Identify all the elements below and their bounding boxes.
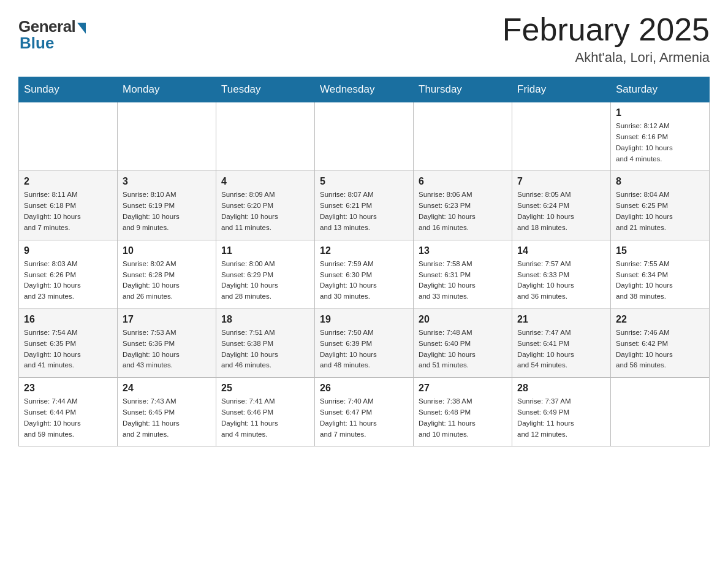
calendar-cell: 9Sunrise: 8:03 AMSunset: 6:26 PMDaylight… [19, 240, 118, 308]
calendar-cell: 18Sunrise: 7:51 AMSunset: 6:38 PMDayligh… [216, 308, 315, 377]
title-area: February 2025 Akht'ala, Lori, Armenia [502, 12, 710, 66]
day-number: 15 [616, 245, 704, 256]
day-info: Sunrise: 7:38 AMSunset: 6:48 PMDaylight:… [419, 396, 507, 440]
calendar-cell: 28Sunrise: 7:37 AMSunset: 6:49 PMDayligh… [512, 378, 611, 446]
calendar-cell [19, 102, 118, 171]
logo: General Blue [18, 17, 86, 53]
day-info: Sunrise: 8:00 AMSunset: 6:29 PMDaylight:… [221, 259, 309, 302]
calendar-cell: 21Sunrise: 7:47 AMSunset: 6:41 PMDayligh… [512, 308, 611, 377]
day-number: 2 [24, 176, 112, 187]
calendar-cell: 11Sunrise: 8:00 AMSunset: 6:29 PMDayligh… [216, 240, 315, 308]
day-number: 18 [221, 314, 309, 325]
calendar-cell: 20Sunrise: 7:48 AMSunset: 6:40 PMDayligh… [414, 308, 512, 377]
day-info: Sunrise: 7:41 AMSunset: 6:46 PMDaylight:… [221, 396, 309, 440]
calendar-cell: 6Sunrise: 8:06 AMSunset: 6:23 PMDaylight… [414, 171, 512, 240]
day-number: 8 [616, 176, 704, 187]
calendar-cell: 17Sunrise: 7:53 AMSunset: 6:36 PMDayligh… [118, 308, 216, 377]
calendar-cell: 12Sunrise: 7:59 AMSunset: 6:30 PMDayligh… [315, 240, 414, 308]
day-number: 27 [419, 383, 507, 394]
day-number: 22 [616, 314, 704, 325]
calendar-cell: 8Sunrise: 8:04 AMSunset: 6:25 PMDaylight… [611, 171, 710, 240]
day-info: Sunrise: 8:05 AMSunset: 6:24 PMDaylight:… [517, 190, 605, 233]
day-info: Sunrise: 7:46 AMSunset: 6:42 PMDaylight:… [616, 327, 704, 371]
weekday-header-friday: Friday [512, 77, 611, 102]
calendar-cell [216, 102, 315, 171]
calendar-cell [315, 102, 414, 171]
calendar-cell: 24Sunrise: 7:43 AMSunset: 6:45 PMDayligh… [118, 378, 216, 446]
day-info: Sunrise: 7:48 AMSunset: 6:40 PMDaylight:… [419, 327, 507, 371]
day-info: Sunrise: 8:04 AMSunset: 6:25 PMDaylight:… [616, 190, 704, 233]
calendar-table: SundayMondayTuesdayWednesdayThursdayFrid… [18, 77, 710, 446]
day-number: 25 [221, 383, 309, 394]
day-number: 28 [517, 383, 605, 394]
day-number: 10 [123, 245, 211, 256]
day-info: Sunrise: 7:54 AMSunset: 6:35 PMDaylight:… [24, 327, 112, 371]
day-info: Sunrise: 8:11 AMSunset: 6:18 PMDaylight:… [24, 190, 112, 233]
day-info: Sunrise: 7:58 AMSunset: 6:31 PMDaylight:… [419, 259, 507, 302]
weekday-header-thursday: Thursday [414, 77, 512, 102]
calendar-cell [512, 102, 611, 171]
day-info: Sunrise: 7:57 AMSunset: 6:33 PMDaylight:… [517, 259, 605, 302]
day-number: 19 [320, 314, 408, 325]
calendar-cell [118, 102, 216, 171]
day-number: 17 [123, 314, 211, 325]
day-number: 9 [24, 245, 112, 256]
calendar-cell [611, 378, 710, 446]
day-number: 5 [320, 176, 408, 187]
day-info: Sunrise: 7:47 AMSunset: 6:41 PMDaylight:… [517, 327, 605, 371]
calendar-cell: 22Sunrise: 7:46 AMSunset: 6:42 PMDayligh… [611, 308, 710, 377]
calendar-cell: 7Sunrise: 8:05 AMSunset: 6:24 PMDaylight… [512, 171, 611, 240]
day-info: Sunrise: 7:44 AMSunset: 6:44 PMDaylight:… [24, 396, 112, 440]
day-info: Sunrise: 8:12 AMSunset: 6:16 PMDaylight:… [616, 121, 704, 164]
day-number: 20 [419, 314, 507, 325]
day-info: Sunrise: 8:10 AMSunset: 6:19 PMDaylight:… [123, 190, 211, 233]
calendar-cell: 19Sunrise: 7:50 AMSunset: 6:39 PMDayligh… [315, 308, 414, 377]
calendar-cell [414, 102, 512, 171]
day-number: 11 [221, 245, 309, 256]
day-info: Sunrise: 7:50 AMSunset: 6:39 PMDaylight:… [320, 327, 408, 371]
day-info: Sunrise: 8:07 AMSunset: 6:21 PMDaylight:… [320, 190, 408, 233]
weekday-header-monday: Monday [118, 77, 216, 102]
day-info: Sunrise: 7:51 AMSunset: 6:38 PMDaylight:… [221, 327, 309, 371]
day-number: 24 [123, 383, 211, 394]
logo-blue-text: Blue [20, 34, 54, 53]
day-number: 21 [517, 314, 605, 325]
weekday-header-sunday: Sunday [19, 77, 118, 102]
calendar-cell: 13Sunrise: 7:58 AMSunset: 6:31 PMDayligh… [414, 240, 512, 308]
weekday-header-saturday: Saturday [611, 77, 710, 102]
calendar-week-2: 2Sunrise: 8:11 AMSunset: 6:18 PMDaylight… [19, 171, 710, 240]
calendar-header-row: SundayMondayTuesdayWednesdayThursdayFrid… [19, 77, 710, 102]
day-info: Sunrise: 7:43 AMSunset: 6:45 PMDaylight:… [123, 396, 211, 440]
calendar-cell: 1Sunrise: 8:12 AMSunset: 6:16 PMDaylight… [611, 102, 710, 171]
calendar-cell: 27Sunrise: 7:38 AMSunset: 6:48 PMDayligh… [414, 378, 512, 446]
month-title: February 2025 [502, 12, 710, 47]
calendar-cell: 15Sunrise: 7:55 AMSunset: 6:34 PMDayligh… [611, 240, 710, 308]
page-header: General Blue February 2025 Akht'ala, Lor… [18, 12, 710, 66]
calendar-cell: 23Sunrise: 7:44 AMSunset: 6:44 PMDayligh… [19, 378, 118, 446]
calendar-week-1: 1Sunrise: 8:12 AMSunset: 6:16 PMDaylight… [19, 102, 710, 171]
calendar-cell: 26Sunrise: 7:40 AMSunset: 6:47 PMDayligh… [315, 378, 414, 446]
location-subtitle: Akht'ala, Lori, Armenia [502, 50, 710, 66]
day-info: Sunrise: 8:09 AMSunset: 6:20 PMDaylight:… [221, 190, 309, 233]
calendar-cell: 10Sunrise: 8:02 AMSunset: 6:28 PMDayligh… [118, 240, 216, 308]
day-number: 16 [24, 314, 112, 325]
calendar-cell: 14Sunrise: 7:57 AMSunset: 6:33 PMDayligh… [512, 240, 611, 308]
calendar-cell: 2Sunrise: 8:11 AMSunset: 6:18 PMDaylight… [19, 171, 118, 240]
weekday-header-wednesday: Wednesday [315, 77, 414, 102]
day-number: 14 [517, 245, 605, 256]
day-number: 1 [616, 107, 704, 118]
day-number: 4 [221, 176, 309, 187]
calendar-cell: 4Sunrise: 8:09 AMSunset: 6:20 PMDaylight… [216, 171, 315, 240]
calendar-cell: 3Sunrise: 8:10 AMSunset: 6:19 PMDaylight… [118, 171, 216, 240]
day-number: 6 [419, 176, 507, 187]
day-info: Sunrise: 7:59 AMSunset: 6:30 PMDaylight:… [320, 259, 408, 302]
calendar-cell: 16Sunrise: 7:54 AMSunset: 6:35 PMDayligh… [19, 308, 118, 377]
day-number: 7 [517, 176, 605, 187]
day-number: 12 [320, 245, 408, 256]
day-info: Sunrise: 8:03 AMSunset: 6:26 PMDaylight:… [24, 259, 112, 302]
calendar-week-5: 23Sunrise: 7:44 AMSunset: 6:44 PMDayligh… [19, 378, 710, 446]
day-info: Sunrise: 8:02 AMSunset: 6:28 PMDaylight:… [123, 259, 211, 302]
calendar-week-3: 9Sunrise: 8:03 AMSunset: 6:26 PMDaylight… [19, 240, 710, 308]
day-info: Sunrise: 8:06 AMSunset: 6:23 PMDaylight:… [419, 190, 507, 233]
calendar-cell: 25Sunrise: 7:41 AMSunset: 6:46 PMDayligh… [216, 378, 315, 446]
